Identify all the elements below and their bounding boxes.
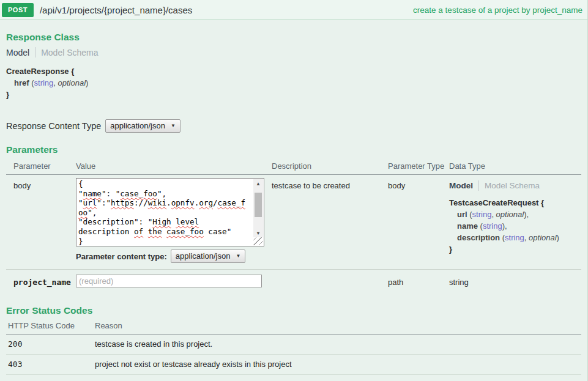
response-class-block: Model Model Schema CreateResponse {href … <box>6 47 587 100</box>
col-reason: Reason <box>95 321 581 330</box>
create-response-signature: CreateResponse {href (string, optional)} <box>6 65 587 100</box>
response-content-type-row: Response Content Type application/json ▼ <box>6 119 587 133</box>
col-description: Description <box>272 161 388 171</box>
scrollbar-thumb[interactable] <box>255 193 262 217</box>
param-name-body: body <box>13 178 76 263</box>
status-code: 200 <box>8 339 95 349</box>
response-class-tabs: Model Model Schema <box>6 47 587 57</box>
tab-model[interactable]: Model <box>6 48 29 57</box>
col-parameter: Parameter <box>13 161 76 171</box>
status-reason: testcase is created in this project. <box>95 339 581 349</box>
operation-summary-link[interactable]: create a testcase of a project by projec… <box>413 6 582 15</box>
response-class-title: Response Class <box>6 32 581 43</box>
scroll-up-icon[interactable]: ▲ <box>253 179 263 188</box>
tab-model-schema[interactable]: Model Schema <box>485 181 540 190</box>
param-data-type-body: Model Model Schema TestcaseCreateRequest… <box>449 178 574 263</box>
http-method-badge[interactable]: POST <box>2 3 34 17</box>
api-operation-panel: POST /api/v1/projects/{project_name}/cas… <box>0 0 588 381</box>
tab-model[interactable]: Model <box>449 181 473 190</box>
chevron-down-icon: ▼ <box>171 123 176 128</box>
body-textarea-content[interactable]: {"name": "case_foo","url":"https://wiki.… <box>78 179 253 245</box>
param-value-cell <box>76 275 272 287</box>
col-value: Value <box>76 161 272 171</box>
col-data-type: Data Type <box>449 161 574 171</box>
parameters-title: Parameters <box>6 144 581 155</box>
parameters-table-header: Parameter Value Description Parameter Ty… <box>6 161 581 175</box>
body-textarea[interactable]: {"name": "case_foo","url":"https://wiki.… <box>76 178 264 246</box>
param-name-project-name: project_name <box>13 275 76 287</box>
param-description-body: testcase to be created <box>272 178 388 263</box>
data-type-tabs: Model Model Schema <box>449 178 574 191</box>
error-codes-header: HTTP Status Code Reason <box>6 321 581 335</box>
operation-heading: POST /api/v1/projects/{project_name}/cas… <box>0 0 587 20</box>
table-row-400: 400 body or name not provided <box>6 375 581 381</box>
param-type-body: body <box>388 178 449 263</box>
scrollbar-track[interactable] <box>253 188 263 229</box>
response-content-type-select[interactable]: application/json ▼ <box>105 119 180 133</box>
resize-grip-icon[interactable] <box>253 237 263 245</box>
col-parameter-type: Parameter Type <box>388 161 449 171</box>
parameter-content-type-label: Parameter content type: <box>76 252 167 261</box>
param-value-cell: {"name": "case_foo","url":"https://wiki.… <box>76 178 272 263</box>
parameters-table: Parameter Value Description Parameter Ty… <box>6 161 581 294</box>
textarea-scrollbar[interactable]: ▲ ▼ <box>253 179 263 245</box>
endpoint-path[interactable]: /api/v1/projects/{project_name}/cases <box>40 5 192 15</box>
table-row-200: 200 testcase is created in this project. <box>6 335 581 355</box>
chevron-down-icon: ▼ <box>236 253 240 259</box>
scroll-down-icon[interactable]: ▼ <box>253 229 263 237</box>
tab-model-schema[interactable]: Model Schema <box>41 48 98 57</box>
testcase-create-request-signature: TestcaseCreateRequest {url (string, opti… <box>449 197 574 255</box>
table-row-project-name: project_name path string <box>6 270 581 294</box>
table-row-403: 403 project not exist or testcase alread… <box>6 355 581 375</box>
parameter-content-type-select[interactable]: application/json ▼ <box>171 250 246 263</box>
response-content-type-label: Response Content Type <box>6 121 101 131</box>
parameter-content-type-row: Parameter content type: application/json… <box>76 250 272 263</box>
parameter-content-type-value: application/json <box>176 251 231 261</box>
project-name-input[interactable] <box>76 275 262 287</box>
error-status-codes-title: Error Status Codes <box>6 305 581 316</box>
param-description-project-name <box>272 275 388 287</box>
tab-separator <box>35 47 35 57</box>
table-row-body: body {"name": "case_foo","url":"https://… <box>6 175 581 263</box>
param-type-project-name: path <box>388 275 449 287</box>
response-content-type-value: application/json <box>110 121 165 130</box>
status-reason: project not exist or testcase already ex… <box>95 360 581 369</box>
tab-separator <box>478 180 479 191</box>
status-code: 403 <box>8 360 95 369</box>
param-data-type-project-name: string <box>449 275 574 287</box>
error-codes-table: HTTP Status Code Reason 200 testcase is … <box>6 321 581 381</box>
col-http-status-code: HTTP Status Code <box>8 321 95 330</box>
